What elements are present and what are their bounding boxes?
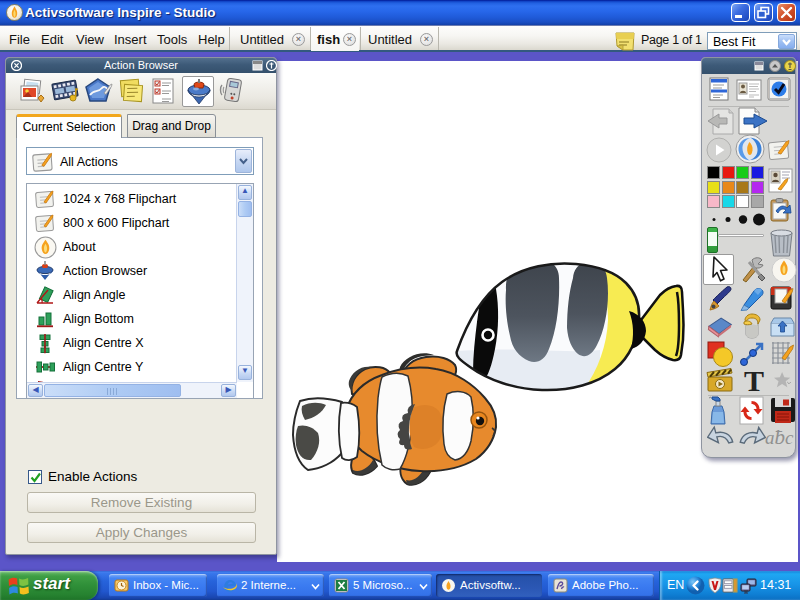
svg-text:T: T xyxy=(744,367,764,394)
